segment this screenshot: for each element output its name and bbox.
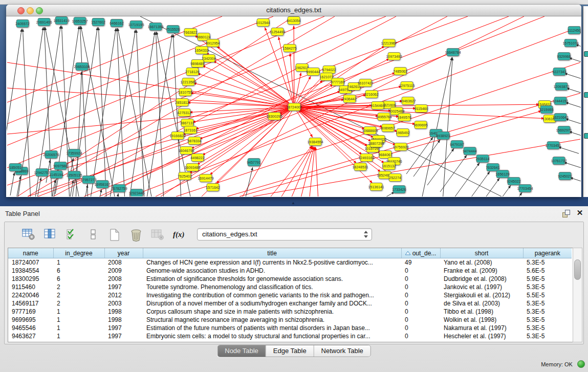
- network-canvas[interactable]: 2405572206914061653141910653257152760264…: [7, 16, 581, 196]
- network-node[interactable]: 2342004: [202, 55, 215, 62]
- network-node[interactable]: 20653106: [74, 63, 90, 71]
- delete-column-button[interactable]: [128, 228, 144, 242]
- network-node[interactable]: 185051: [9, 164, 21, 171]
- network-node[interactable]: 7625402: [178, 172, 191, 180]
- column-header-name[interactable]: name: [8, 248, 53, 258]
- network-node[interactable]: 14955764: [376, 113, 391, 121]
- network-node[interactable]: 16093489: [184, 164, 200, 171]
- network-node[interactable]: 16914479: [198, 174, 213, 182]
- network-node[interactable]: 8938923: [436, 132, 450, 140]
- network-node[interactable]: 10653257: [72, 17, 88, 25]
- network-node[interactable]: 19384554: [307, 138, 323, 146]
- network-node[interactable]: 16046798: [178, 147, 194, 155]
- network-node[interactable]: 16210643: [552, 114, 568, 121]
- tab-edge-table[interactable]: Edge Table: [266, 345, 314, 357]
- network-node[interactable]: 2935114: [476, 155, 490, 163]
- network-node[interactable]: 1112450: [568, 27, 581, 34]
- function-builder-button[interactable]: f(x): [171, 228, 187, 242]
- network-node[interactable]: 13505135: [66, 171, 82, 179]
- network-node[interactable]: 9898489: [190, 60, 204, 68]
- network-node[interactable]: 15136141: [368, 183, 384, 191]
- column-header-out_de[interactable]: out_de...: [401, 248, 440, 258]
- network-node[interactable]: 7515526: [166, 26, 180, 33]
- network-node[interactable]: 16531419: [53, 17, 69, 25]
- network-node[interactable]: 1849576: [397, 114, 411, 121]
- show-columns-button[interactable]: [42, 228, 58, 242]
- network-node[interactable]: 9474444: [463, 147, 476, 155]
- network-node[interactable]: 8089657: [381, 124, 395, 132]
- network-node[interactable]: 11254493: [270, 28, 286, 36]
- network-node[interactable]: 12213589: [180, 78, 196, 86]
- table-row[interactable]: 1938455462009Genome-wide association stu…: [8, 267, 572, 275]
- table-row[interactable]: 1830029562008Estimation of significance …: [8, 275, 572, 283]
- network-node[interactable]: 9227343: [552, 68, 566, 76]
- network-node[interactable]: 1145194: [50, 171, 63, 179]
- column-header-short[interactable]: short: [440, 248, 523, 258]
- table-row[interactable]: 911546021997Tourette syndrome. Phenomeno…: [8, 283, 572, 291]
- table-scrollbar[interactable]: [573, 248, 582, 342]
- network-node[interactable]: 9457791: [247, 159, 260, 166]
- network-node[interactable]: 16671355: [147, 23, 163, 31]
- network-node[interactable]: 16958167: [94, 181, 110, 188]
- network-node[interactable]: 1527602: [91, 18, 105, 26]
- tab-node-table[interactable]: Node Table: [217, 345, 266, 357]
- splitter-handle[interactable]: ▴: [290, 201, 297, 205]
- network-node[interactable]: 19463627: [400, 97, 416, 105]
- network-node[interactable]: 2405572: [15, 20, 29, 28]
- network-node[interactable]: 6466162: [110, 19, 123, 27]
- network-node[interactable]: 17703454: [517, 185, 533, 192]
- network-node[interactable]: 3216062: [364, 91, 378, 98]
- network-node[interactable]: 2718126: [185, 68, 199, 76]
- network-node[interactable]: 5794022: [322, 66, 336, 74]
- table-row[interactable]: 1872400712008Changes of HCN gene express…: [8, 258, 572, 267]
- network-node[interactable]: 12975115: [399, 82, 415, 90]
- network-node[interactable]: 18807293: [368, 140, 384, 147]
- scrollbar-thumb[interactable]: [574, 259, 581, 280]
- network-node[interactable]: 1615132: [382, 162, 396, 170]
- network-node[interactable]: 10719195: [128, 21, 144, 29]
- column-header-title[interactable]: title: [143, 248, 401, 258]
- network-node[interactable]: 12093872: [553, 83, 569, 91]
- network-node[interactable]: 7485063: [393, 68, 407, 75]
- network-node[interactable]: 15751074: [562, 39, 578, 47]
- network-node[interactable]: 12942757: [34, 169, 50, 177]
- network-node[interactable]: 1571642: [206, 184, 220, 191]
- network-node[interactable]: 16107427: [357, 79, 373, 87]
- table-row[interactable]: 946554611997Estimation of the future num…: [8, 324, 572, 332]
- network-node[interactable]: 9990444: [306, 68, 320, 76]
- close-panel-button[interactable]: ✕: [575, 208, 584, 217]
- network-node[interactable]: 1584275: [282, 45, 296, 52]
- network-node[interactable]: 2851812: [175, 99, 189, 106]
- table-select-dropdown[interactable]: citations_edges.txt: [197, 228, 372, 240]
- table-row[interactable]: 946362711997Embryonic stem cells: a mode…: [8, 332, 572, 340]
- network-node[interactable]: 17703451: [545, 142, 561, 149]
- row-selection-button[interactable]: [64, 228, 79, 242]
- float-panel-button[interactable]: [562, 210, 570, 218]
- network-node[interactable]: 9245021: [558, 172, 572, 180]
- network-node[interactable]: 1656129: [495, 170, 509, 178]
- network-node[interactable]: 1965492: [396, 129, 409, 137]
- column-header-year[interactable]: year: [104, 248, 143, 258]
- create-column-button[interactable]: [107, 228, 122, 242]
- network-node[interactable]: 12923446: [128, 189, 144, 197]
- network-node[interactable]: 1873161: [183, 126, 197, 134]
- table-row[interactable]: 977716911998Corpus callosum shape and si…: [8, 308, 572, 316]
- network-node[interactable]: 16782759: [111, 185, 127, 192]
- network-node[interactable]: 10761737: [551, 157, 567, 165]
- network-node[interactable]: 1810755: [178, 89, 192, 96]
- column-header-pagerank[interactable]: pagerank: [523, 248, 572, 258]
- network-node[interactable]: 252274: [389, 174, 401, 182]
- network-node[interactable]: 8215955: [539, 106, 553, 114]
- network-window-titlebar[interactable]: citations_edges.txt: [6, 5, 581, 16]
- network-node[interactable]: 9699695: [413, 121, 427, 129]
- network-node[interactable]: 17957273: [80, 176, 96, 184]
- column-header-in_degree[interactable]: in_degree: [53, 248, 104, 258]
- table-mode-button[interactable]: [21, 228, 36, 242]
- network-node[interactable]: 1012544: [256, 19, 270, 27]
- network-node[interactable]: 12213967: [381, 39, 397, 47]
- network-node[interactable]: 12493163: [358, 154, 374, 162]
- network-node[interactable]: 16648784: [445, 49, 461, 56]
- network-node[interactable]: 1733426: [392, 186, 406, 193]
- network-node[interactable]: 9777169: [331, 78, 344, 86]
- table-row[interactable]: 969969511998Structural magnetic resonanc…: [8, 316, 572, 324]
